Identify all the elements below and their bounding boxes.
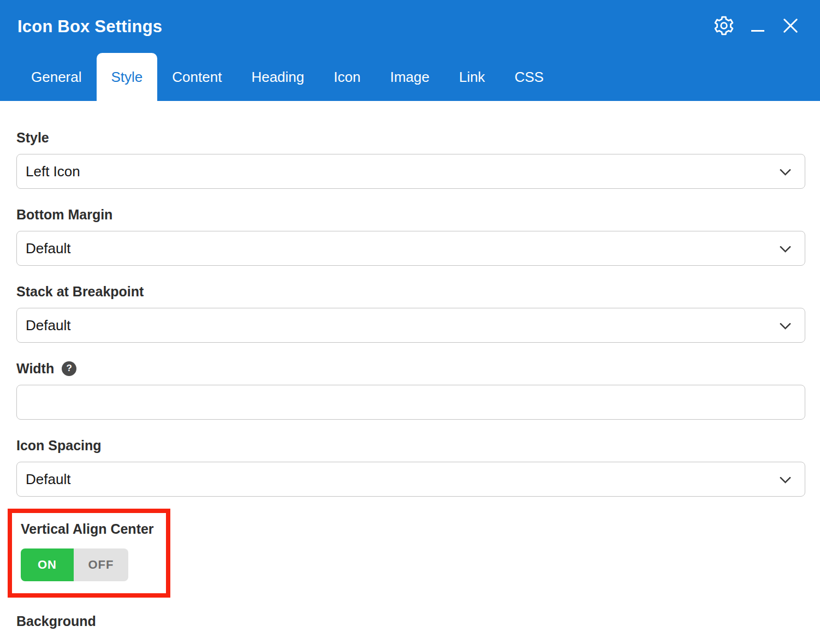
titlebar-actions [713,15,800,38]
settings-gear-button[interactable] [713,15,735,38]
width-field: Width ? [16,360,805,420]
tab-image[interactable]: Image [375,53,444,101]
highlight-annotation: Vertical Align Center ON OFF [8,509,170,598]
style-field: Style Left Icon [16,129,805,189]
vertical-align-center-label: Vertical Align Center [21,521,154,537]
width-label: Width ? [16,360,805,377]
bottom-margin-label: Bottom Margin [16,206,805,223]
stack-at-breakpoint-field: Stack at Breakpoint Default [16,283,805,343]
chevron-down-icon [780,164,791,176]
tab-icon[interactable]: Icon [319,53,375,101]
tab-general[interactable]: General [16,53,97,101]
chevron-down-icon [780,318,791,330]
tab-bar: General Style Content Heading Icon Image… [0,53,820,101]
titlebar: Icon Box Settings [0,0,820,53]
toggle-off-button[interactable]: OFF [74,548,128,581]
tab-heading[interactable]: Heading [236,53,319,101]
minimize-button[interactable] [751,21,764,32]
width-label-text: Width [16,360,54,377]
icon-spacing-select-value: Default [26,471,70,488]
minimize-icon [751,30,764,32]
close-button[interactable] [781,16,800,37]
close-icon [781,16,800,37]
bottom-margin-select-value: Default [26,240,70,257]
tab-link[interactable]: Link [444,53,500,101]
tab-style[interactable]: Style [97,53,158,101]
chevron-down-icon [780,241,791,253]
tab-content[interactable]: Content [157,53,236,101]
icon-spacing-field: Icon Spacing Default [16,437,805,497]
page-title: Icon Box Settings [17,17,162,37]
help-icon[interactable]: ? [62,361,76,376]
style-select-value: Left Icon [26,163,80,180]
gear-icon [713,15,735,38]
style-select[interactable]: Left Icon [16,154,805,189]
icon-spacing-label: Icon Spacing [16,437,805,454]
chevron-down-icon [780,472,791,484]
vertical-align-center-toggle: ON OFF [21,548,128,581]
stack-at-breakpoint-select-value: Default [26,317,70,334]
bottom-margin-select[interactable]: Default [16,231,805,266]
icon-box-settings-panel: Icon Box Settings [0,0,820,644]
stack-at-breakpoint-label: Stack at Breakpoint [16,283,805,300]
icon-spacing-select[interactable]: Default [16,462,805,497]
stack-at-breakpoint-select[interactable]: Default [16,308,805,343]
toggle-on-button[interactable]: ON [21,548,74,581]
width-input[interactable] [16,385,805,420]
bottom-margin-field: Bottom Margin Default [16,206,805,266]
style-label: Style [16,129,805,146]
background-label: Background [16,613,804,629]
tab-css[interactable]: CSS [500,53,558,101]
settings-body: Style Left Icon Bottom Margin Default St… [0,101,820,644]
